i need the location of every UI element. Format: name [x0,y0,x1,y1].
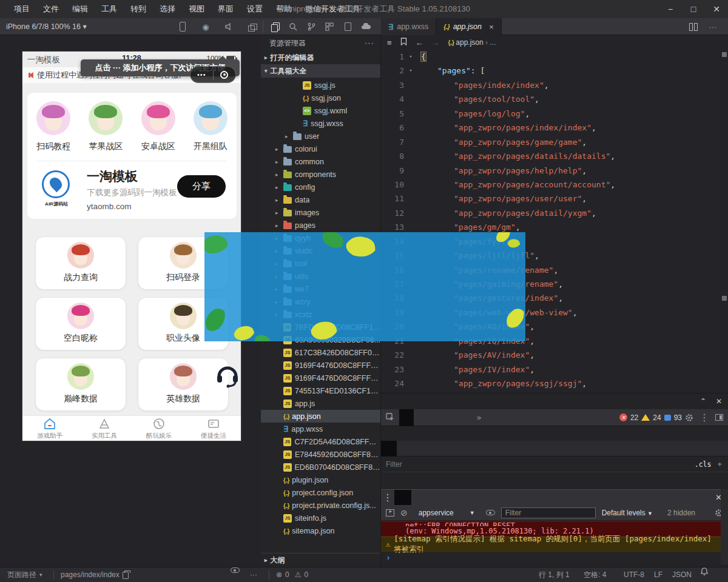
styles-tab[interactable] [397,441,413,457]
indent-setting[interactable]: 空格: 4 [584,567,606,582]
inspect-element-icon[interactable] [381,413,399,422]
fold-icon[interactable] [404,192,417,206]
tree-item[interactable]: colorui [261,142,381,155]
styles-tab[interactable] [428,441,444,457]
current-page-path[interactable]: pages/index/index [61,567,129,582]
back-arrow-icon[interactable]: ← [416,38,423,47]
tree-item[interactable]: 9169F4476D08C8FFF7... [261,359,381,372]
new-style-rule-icon[interactable]: + [717,460,722,469]
cursor-position[interactable]: 行 1, 列 1 [539,567,570,582]
context-selector[interactable]: appservice▼ [414,507,480,518]
eol-setting[interactable]: LF [654,567,662,582]
tree-item[interactable]: 9169F4476D08C8FFF7... [261,372,381,384]
git-branch-icon[interactable] [305,21,318,33]
dock-side-icon[interactable] [715,414,723,421]
tree-item[interactable]: 745513F4ED0136CF12... [261,384,381,397]
tree-item[interactable]: project.config.json [261,486,381,499]
layout-grid-icon[interactable] [323,21,336,33]
devtools-tab[interactable] [399,409,414,426]
record-icon[interactable]: ◉ [199,21,212,33]
fold-icon[interactable] [404,149,417,163]
fold-icon[interactable] [404,348,417,362]
phone-tab[interactable]: 酷玩娱乐 [132,416,186,441]
styles-tab[interactable] [381,441,397,457]
fold-icon[interactable] [404,121,417,135]
clear-console-icon[interactable]: ⊘ [400,508,408,518]
tree-item[interactable]: common [261,155,381,168]
tree-item[interactable]: E78445926D08C8FF81... [261,448,381,461]
tree-item[interactable]: pages [261,219,381,232]
mute-icon[interactable] [222,21,235,33]
fold-icon[interactable] [404,376,417,390]
tree-item[interactable]: ssgj.wxml [261,104,381,117]
log-levels-selector[interactable]: Default levels ▼ [602,509,653,517]
bookmark-icon[interactable] [400,38,407,47]
styles-filter-input[interactable]: Filter [386,460,695,469]
tree-item[interactable]: config [261,181,381,193]
fold-icon[interactable] [404,50,417,64]
copy-path-icon[interactable] [123,572,129,579]
feature-card[interactable]: 巅峰数据 [35,358,126,411]
fold-icon[interactable] [404,164,417,178]
editor-tab[interactable]: app.json × [436,18,501,35]
cls-toggle[interactable]: .cls [695,460,712,469]
phone-tab[interactable]: 便捷生活 [186,416,241,441]
customer-service-icon[interactable] [212,362,241,391]
problems-counter[interactable]: ⊗ 0 ⚠ 0 [276,567,308,582]
outline-list-icon[interactable]: ≡ [387,38,392,47]
maximize-button[interactable]: □ [682,0,705,18]
phone-tab[interactable]: 游戏助手 [22,416,77,441]
fold-icon[interactable] [404,64,417,78]
breadcrumb[interactable]: app.json › ... [448,38,496,47]
console-sidebar-icon[interactable] [386,509,394,517]
fold-icon[interactable] [404,78,417,92]
feature-card[interactable]: 战力查询 [35,236,126,290]
fold-icon[interactable] [404,92,417,106]
menu-item[interactable]: 设置 [240,0,269,18]
capsule-menu[interactable]: ••• [190,66,236,83]
editor-tab[interactable]: app.wxss × [381,18,436,35]
tree-item[interactable]: project.private.config.js... [261,499,381,512]
menu-item[interactable]: 界面 [211,0,240,18]
tree-item[interactable]: data [261,193,381,206]
forward-arrow-icon[interactable]: → [432,38,440,47]
feature-card[interactable]: 空白昵称 [35,297,126,350]
live-expression-icon[interactable] [486,510,495,515]
console-prompt[interactable]: › [381,551,721,564]
fold-icon[interactable] [404,107,417,121]
tree-item[interactable]: app.json [261,410,381,423]
cloud-icon[interactable] [359,21,372,33]
tree-item[interactable]: ED6B07046D08C8FF8B... [261,461,381,473]
menu-item[interactable]: 选择 [153,0,182,18]
menu-item[interactable]: 视图 [182,0,211,18]
quick-entry[interactable]: 开黑组队 [184,101,237,152]
fold-icon[interactable] [404,178,417,192]
menu-item[interactable]: 工具 [95,0,124,18]
collapse-panel-icon[interactable]: ⌃ [700,397,706,406]
close-panel-icon[interactable]: ✕ [716,397,722,406]
console-tab[interactable] [394,490,411,506]
console-badges[interactable]: ✕22 24 93 [619,413,682,422]
menu-item[interactable]: 项目 [7,0,36,18]
exit-target-icon[interactable] [214,71,236,79]
tree-item[interactable]: app.js [261,397,381,410]
console-tab[interactable] [411,490,428,506]
quick-entry[interactable]: 扫码教程 [27,101,79,152]
phone-tab[interactable]: 实用工具 [77,416,132,441]
close-tab-icon[interactable]: × [489,22,494,32]
language-mode[interactable]: JSON [672,567,692,582]
share-button[interactable]: 分享 [177,175,226,198]
devtools-tab[interactable] [443,409,457,426]
console-filter-input[interactable]: Filter [501,507,596,518]
editor-scrollbar[interactable] [721,50,728,393]
menu-item[interactable]: 文件 [36,0,66,18]
encoding-setting[interactable]: UTF-8 [624,567,644,582]
tree-item[interactable]: user [261,130,381,142]
multi-window-icon[interactable] [245,21,258,33]
statusbar-more-icon[interactable]: ··· [250,567,257,582]
outline-section[interactable]: ▸大纲 [261,553,381,567]
tree-item[interactable]: ssgj.json [261,92,381,104]
tree-item[interactable]: C7F2D5A46D08C8FFA1... [261,435,381,448]
open-editors-section[interactable]: ▸打开的编辑器 [261,51,381,64]
file-icon[interactable] [341,21,354,33]
